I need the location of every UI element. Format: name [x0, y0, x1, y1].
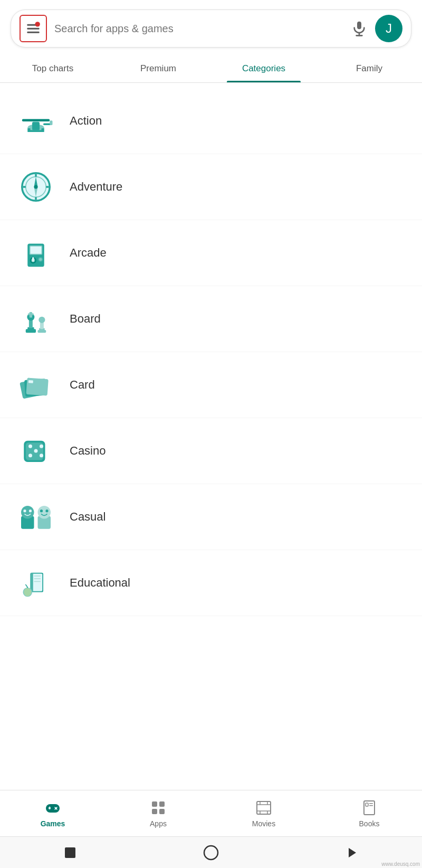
microphone-icon: [351, 20, 368, 37]
games-icon: [44, 799, 61, 816]
arcade-label: Arcade: [70, 246, 107, 260]
svg-rect-8: [32, 122, 40, 130]
search-bar: J: [11, 10, 411, 48]
svg-rect-1: [27, 28, 39, 30]
svg-point-56: [29, 510, 32, 512]
svg-rect-78: [152, 809, 157, 814]
casual-label: Casual: [70, 510, 106, 524]
svg-marker-93: [349, 848, 356, 857]
svg-point-68: [24, 588, 31, 597]
svg-point-60: [45, 510, 48, 512]
svg-rect-80: [257, 801, 271, 814]
system-nav: [0, 836, 422, 868]
home-button[interactable]: [202, 843, 220, 862]
bottom-nav: Games Apps Movies Books: [0, 790, 422, 836]
svg-rect-9: [22, 119, 50, 121]
category-item-arcade[interactable]: Arcade: [0, 220, 422, 286]
svg-point-58: [38, 506, 51, 519]
bottom-nav-books[interactable]: Books: [316, 790, 422, 836]
svg-rect-45: [28, 380, 33, 383]
svg-rect-91: [65, 847, 75, 858]
svg-rect-14: [42, 128, 44, 132]
games-label: Games: [41, 819, 65, 828]
apps-icon: [150, 799, 167, 816]
hamburger-icon: [26, 21, 41, 36]
educational-icon: [15, 562, 57, 604]
books-icon: [361, 799, 378, 816]
recents-button[interactable]: [342, 843, 361, 862]
category-item-action[interactable]: Action: [0, 88, 422, 154]
board-label: Board: [70, 312, 101, 326]
svg-point-31: [39, 258, 42, 261]
category-list: Action Adventure: [0, 83, 422, 621]
square-icon: [61, 843, 80, 862]
casual-icon: [15, 496, 57, 538]
adventure-label: Adventure: [70, 180, 122, 194]
arcade-icon: [15, 232, 57, 274]
svg-rect-90: [369, 805, 373, 806]
bottom-nav-movies[interactable]: Movies: [211, 790, 316, 836]
svg-point-19: [34, 185, 38, 189]
casino-icon: [15, 430, 57, 472]
bottom-nav-apps[interactable]: Apps: [106, 790, 211, 836]
category-item-casino[interactable]: Casino: [0, 418, 422, 484]
svg-rect-89: [369, 803, 373, 804]
svg-point-55: [23, 510, 26, 512]
bottom-nav-games[interactable]: Games: [0, 790, 106, 836]
adventure-icon: [15, 166, 57, 208]
svg-rect-37: [28, 314, 34, 316]
circle-icon: [202, 843, 220, 862]
casino-label: Casino: [70, 444, 106, 458]
svg-point-48: [28, 445, 32, 448]
tab-categories[interactable]: Categories: [211, 53, 316, 82]
svg-rect-22: [23, 186, 26, 188]
books-label: Books: [359, 819, 380, 828]
watermark: www.deusq.com: [381, 861, 420, 867]
menu-button[interactable]: [20, 15, 47, 42]
svg-rect-76: [152, 801, 157, 807]
avatar[interactable]: J: [375, 15, 402, 42]
tab-top-charts[interactable]: Top charts: [0, 53, 106, 82]
search-input[interactable]: [47, 23, 351, 35]
svg-rect-23: [46, 186, 49, 188]
movies-label: Movies: [252, 819, 275, 828]
category-item-adventure[interactable]: Adventure: [0, 154, 422, 220]
svg-rect-20: [35, 174, 37, 177]
card-icon: [15, 364, 57, 406]
svg-rect-2: [27, 32, 39, 33]
triangle-icon: [342, 843, 361, 862]
action-label: Action: [70, 114, 102, 128]
svg-rect-69: [46, 804, 60, 813]
svg-point-54: [21, 506, 34, 519]
action-icon: [15, 100, 57, 142]
svg-rect-29: [32, 257, 34, 262]
svg-rect-13: [27, 128, 30, 132]
board-icon: [15, 298, 57, 340]
svg-rect-73: [50, 806, 51, 808]
category-item-casual[interactable]: Casual: [0, 484, 422, 550]
nav-tabs: Top charts Premium Categories Family: [0, 53, 422, 83]
svg-point-41: [39, 317, 45, 323]
svg-rect-26: [31, 247, 42, 254]
svg-point-50: [40, 454, 43, 457]
svg-point-3: [35, 22, 40, 26]
svg-point-92: [204, 846, 218, 860]
svg-rect-4: [357, 22, 361, 30]
svg-rect-21: [35, 197, 37, 200]
svg-rect-79: [159, 809, 165, 814]
svg-point-59: [40, 510, 43, 512]
category-item-card[interactable]: Card: [0, 352, 422, 418]
tab-family[interactable]: Family: [316, 53, 422, 82]
back-button[interactable]: [61, 843, 80, 862]
svg-rect-11: [50, 120, 52, 125]
category-item-board[interactable]: Board: [0, 286, 422, 352]
svg-point-51: [40, 445, 43, 448]
card-label: Card: [70, 378, 95, 392]
svg-rect-12: [28, 130, 43, 133]
svg-rect-88: [366, 803, 368, 806]
mic-button[interactable]: [351, 20, 368, 37]
category-item-educational[interactable]: Educational: [0, 550, 422, 616]
tab-premium[interactable]: Premium: [106, 53, 211, 82]
educational-label: Educational: [70, 576, 130, 590]
svg-rect-77: [159, 801, 165, 807]
